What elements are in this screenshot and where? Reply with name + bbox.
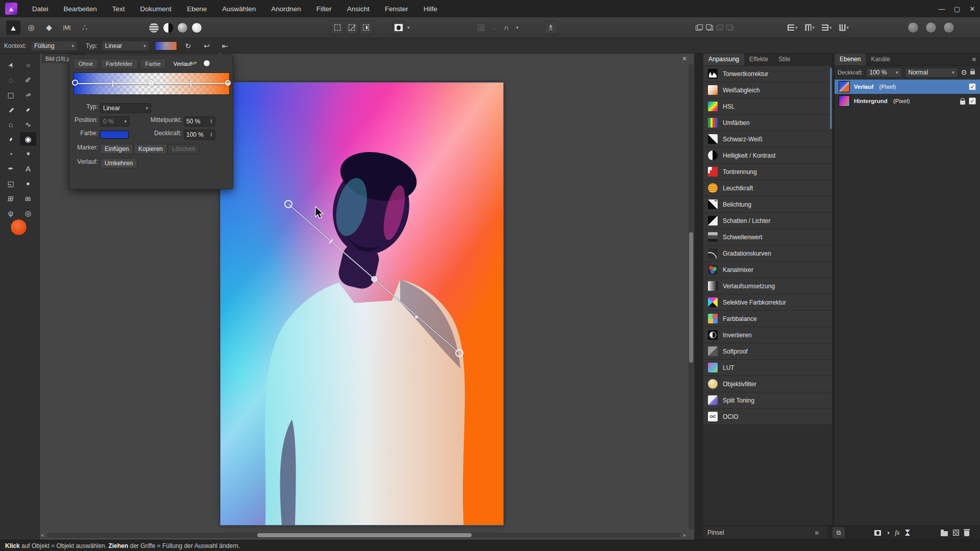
menu-item[interactable]: Filter: [309, 0, 339, 17]
brush-tab[interactable]: Pinsel: [707, 529, 724, 536]
layer-stack-icon[interactable]: ⧉: [832, 527, 845, 538]
adjustment-item[interactable]: LUT: [703, 360, 832, 376]
close-icon[interactable]: ✕: [965, 0, 980, 17]
export-persona-icon[interactable]: ∴: [78, 20, 92, 35]
layer-visibility-checkbox[interactable]: ✓: [969, 97, 976, 105]
view-tool[interactable]: [3, 206, 19, 220]
auto-contrast-icon[interactable]: [163, 22, 174, 33]
fit-gradient-icon[interactable]: ⇤: [218, 40, 232, 52]
adjustment-item[interactable]: Objektivfilter: [703, 376, 832, 392]
panel-tab[interactable]: Stile: [773, 54, 795, 65]
panel-menu-icon[interactable]: ≡: [972, 56, 976, 63]
layer-row-verlauf[interactable]: Verlauf (Pixel) ✓: [835, 80, 980, 94]
snapping-caret-icon[interactable]: ▾: [516, 25, 519, 30]
move-to-front-icon[interactable]: [696, 24, 703, 31]
adjustment-item[interactable]: Gradationskurven: [703, 245, 832, 262]
menu-item[interactable]: Auswählen: [214, 0, 263, 17]
tone-mapping-persona-icon[interactable]: |M|: [60, 20, 74, 35]
layer-opacity-dropdown[interactable]: 100 %▾: [866, 68, 902, 78]
panel-tab[interactable]: Kanäle: [866, 54, 895, 65]
freehand-selection-tool[interactable]: [20, 58, 36, 72]
adjustment-item[interactable]: OCIO: [703, 409, 832, 425]
quick-mask-caret-icon[interactable]: ▾: [407, 25, 410, 30]
move-by-whole-pixels-icon[interactable]: →: [491, 23, 498, 32]
snapping-magnet-icon[interactable]: ∩: [504, 23, 509, 32]
liquify-persona-icon[interactable]: ◎: [24, 20, 38, 35]
zoom-tool[interactable]: [20, 206, 36, 220]
paint-brush-tool[interactable]: [20, 103, 36, 116]
move-tool[interactable]: [3, 58, 19, 72]
menu-item[interactable]: Dokument: [133, 0, 180, 17]
opacity-spinner[interactable]: 100 %▲▼: [184, 130, 215, 140]
reverse-gradient-icon[interactable]: ↪: [200, 40, 214, 52]
move-to-back-icon[interactable]: [726, 24, 733, 31]
menu-item[interactable]: Datei: [24, 0, 56, 17]
adjustment-item[interactable]: Schatten / Lichter: [703, 213, 832, 229]
brush-panel-menu-icon[interactable]: ≡: [815, 529, 819, 537]
layer-thumbnail[interactable]: [839, 81, 850, 92]
popup-type-dropdown[interactable]: Linear▾: [100, 103, 151, 113]
horizontal-scrollbar[interactable]: ◂ ▸: [41, 533, 686, 538]
layer-settings-gear-icon[interactable]: ⚙: [961, 68, 968, 77]
adjustment-item[interactable]: Tontrennung: [703, 164, 832, 180]
adjustment-item[interactable]: Kanalmixer: [703, 262, 832, 278]
menu-item[interactable]: Ebene: [179, 0, 214, 17]
delete-layer-icon[interactable]: [964, 529, 969, 536]
gradient-midpoint-75[interactable]: [190, 81, 191, 87]
layer-lock-icon[interactable]: [970, 71, 975, 74]
menu-item[interactable]: Hilfe: [416, 0, 445, 17]
auto-levels-icon[interactable]: [149, 22, 159, 33]
menu-item[interactable]: Ansicht: [339, 0, 377, 17]
layer-visibility-checkbox[interactable]: ✓: [969, 83, 976, 90]
marquee-selection-tool[interactable]: [3, 73, 19, 87]
dodge-tool[interactable]: [3, 147, 19, 161]
position-dropdown[interactable]: 0 %▾: [100, 116, 130, 127]
adjustment-item[interactable]: Selektive Farbkorrektur: [703, 294, 832, 311]
minimize-icon[interactable]: —: [934, 0, 949, 17]
picked-colour-circle[interactable]: [203, 60, 210, 67]
adjustment-item[interactable]: Weißabgleich: [703, 82, 832, 98]
crop-tool[interactable]: [3, 88, 19, 102]
move-backward-icon[interactable]: [716, 24, 723, 31]
smudge-tool[interactable]: [20, 117, 36, 131]
adjustment-item[interactable]: Belichtung: [703, 196, 832, 213]
adjustment-item[interactable]: Invertieren: [703, 327, 832, 343]
auto-white-balance-icon[interactable]: [191, 22, 202, 33]
gradient-preview-swatch[interactable]: [155, 41, 177, 51]
gradient-midpoint-25[interactable]: [112, 81, 113, 87]
move-forward-icon[interactable]: [706, 24, 713, 31]
insert-marker-button[interactable]: Einfügen: [100, 144, 133, 154]
stop-colour-swatch[interactable]: [100, 131, 129, 139]
selection-brush-tool[interactable]: [20, 73, 36, 87]
popup-tab[interactable]: Ohne: [74, 59, 98, 69]
gradient-stop-0[interactable]: [72, 80, 78, 86]
adjustment-item[interactable]: Leuchtkraft: [703, 180, 832, 196]
maximize-icon[interactable]: ▢: [949, 0, 965, 17]
adjustment-item[interactable]: Schwarz-Weiß: [703, 131, 832, 147]
popup-tab[interactable]: Farbe: [140, 59, 166, 69]
blend-mode-dropdown[interactable]: Normal▾: [905, 68, 958, 78]
adjustment-item[interactable]: Split Toning: [703, 392, 832, 409]
type-dropdown[interactable]: Linear▾: [102, 41, 150, 51]
new-layer-icon[interactable]: [953, 530, 959, 536]
adjustment-item[interactable]: Softproof: [703, 343, 832, 360]
adjustment-item[interactable]: HSL: [703, 98, 832, 115]
photo-persona-icon[interactable]: ▲: [6, 20, 20, 35]
vertical-scrollbar[interactable]: [689, 64, 694, 530]
mesh-warp-tool[interactable]: [3, 191, 19, 205]
adjustment-item[interactable]: Umfärben: [703, 115, 832, 131]
grid-icon[interactable]: [478, 24, 484, 31]
menu-item[interactable]: Text: [105, 0, 133, 17]
adjustment-item[interactable]: Farbbalance: [703, 311, 832, 327]
live-filter-icon[interactable]: [905, 530, 910, 536]
quick-mask-icon[interactable]: [392, 21, 405, 34]
adjustment-item[interactable]: Verlaufsumsetzung: [703, 278, 832, 294]
adjustment-item[interactable]: Schwellenwert: [703, 229, 832, 245]
mask-layer-icon[interactable]: [874, 530, 881, 536]
adjustment-layer-icon[interactable]: ◑: [886, 529, 890, 536]
gradient-stop-100[interactable]: [225, 80, 231, 86]
auto-colour-icon[interactable]: [177, 22, 188, 33]
selection-mode-subtract-icon[interactable]: [345, 21, 358, 34]
pen-tool[interactable]: [3, 162, 19, 176]
context-dropdown[interactable]: Füllung▾: [31, 41, 78, 51]
